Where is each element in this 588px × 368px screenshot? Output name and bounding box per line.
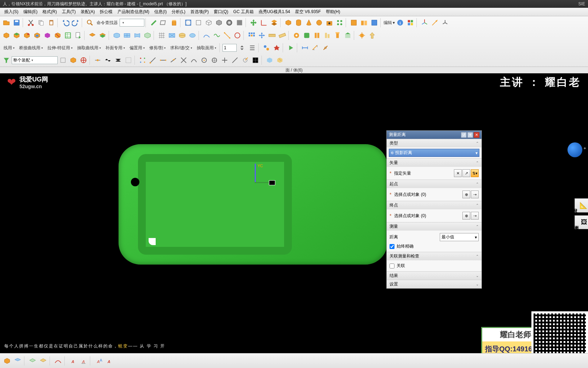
section-assoc-header[interactable]: 关联测量和检查⌃ [387,252,482,260]
feat4-icon[interactable] [322,30,332,40]
snap2-icon[interactable] [103,55,113,65]
list-icon[interactable] [247,43,257,53]
vector-menu-icon[interactable]: ⇅▾ [471,169,479,177]
end-menu-icon[interactable]: ⇢ [471,212,479,220]
undo-icon[interactable] [60,18,70,28]
dd-extract-face[interactable]: 抽取面用▾ [195,45,218,51]
section-vector-header[interactable]: 矢量⌃ [387,159,482,167]
bt-surf2-icon[interactable] [38,356,48,366]
filter-icon[interactable] [1,55,11,65]
face-style-icon[interactable] [235,18,244,28]
bt-text-a-icon[interactable]: A [68,356,78,366]
feat2-icon[interactable] [302,30,312,40]
surf4-icon[interactable] [143,30,152,40]
pt-snap-grid-icon[interactable] [138,55,148,65]
mesh4-icon[interactable] [188,30,197,40]
menu-split[interactable]: 拆公模 [98,8,115,16]
view-orient-ball[interactable]: ✦ [567,142,584,159]
pt-snap-mid-icon[interactable] [158,55,168,65]
mesh2-icon[interactable] [167,30,177,40]
pt-snap-end-icon[interactable] [148,55,158,65]
bt-surf-icon[interactable] [28,356,38,366]
distance-dropdown[interactable]: 最小值▾ [440,233,479,241]
bt-curve-icon[interactable] [53,356,63,366]
dd-line[interactable]: 线用▾ [1,45,17,51]
pt-snap-perp-icon[interactable] [240,55,250,65]
color-icon[interactable] [405,18,415,28]
export-icon[interactable] [73,30,83,40]
feat6-icon[interactable] [343,30,353,40]
menu-analysis[interactable]: 分析(L) [169,8,188,16]
shaded-edges-icon[interactable] [214,18,224,28]
cut-icon[interactable] [26,18,36,28]
section-measure-header[interactable]: 测量⌃ [387,222,482,231]
snap4-icon[interactable] [123,55,133,65]
dialog-reset-icon[interactable]: ↺ [461,132,467,138]
menu-yanxiu[interactable]: 燕秀UG模具1.54 [256,8,292,16]
analysis2-icon[interactable] [272,43,282,53]
csys-icon[interactable] [440,18,450,28]
model-body[interactable] [119,144,387,265]
start-point-icon[interactable]: ⊕ [462,191,470,198]
vector-clear-icon[interactable]: ✕ [454,169,462,177]
gear-icon[interactable] [357,30,367,40]
datum-plane-icon[interactable] [159,18,169,28]
curve3-icon[interactable] [222,30,232,40]
start-menu-icon[interactable]: ⇢ [471,191,479,198]
side-tab-profile[interactable]: 📐型材尺 [575,198,588,213]
menu-tools[interactable]: 工具(T) [60,8,78,16]
menu-pmi[interactable]: 产品制造信息(M) [115,8,151,16]
save-icon[interactable] [12,18,22,28]
menu-assembly[interactable]: 装配(A) [79,8,97,16]
cylinder-icon[interactable] [294,18,304,28]
surf1-icon[interactable] [112,30,122,40]
box1-icon[interactable] [1,30,11,40]
bt-box-icon[interactable] [2,356,12,366]
section-settings-header[interactable]: 设置⌄ [387,280,482,288]
end-point-icon[interactable]: ⊕ [462,212,470,220]
always-exact-checkbox[interactable] [390,244,394,249]
wireframe-icon[interactable] [204,18,214,28]
shaded-icon[interactable] [224,18,234,28]
command-finder-icon[interactable] [85,18,95,28]
menu-gc[interactable]: GC 工具箱 [231,8,255,16]
sel2-icon[interactable] [68,55,78,65]
bt-sheet-icon[interactable] [13,356,23,366]
menu-window[interactable]: 窗口(Q) [212,8,230,16]
dd-extrude[interactable]: 拉伸-特征用▾ [45,45,75,51]
pt-snap-arc-icon[interactable] [189,55,199,65]
pt-snap-ctr-icon[interactable] [199,55,209,65]
dim2-icon[interactable] [310,43,320,53]
assoc-checkbox[interactable] [390,264,394,268]
dd-patch[interactable]: 补面专用▾ [103,45,127,51]
ruler-icon[interactable] [267,30,277,40]
pattern-icon[interactable] [335,18,345,28]
dd-trim[interactable]: 修剪/割▾ [147,45,168,51]
menu-insert[interactable]: 插入(S) [2,8,21,16]
vector-pick-icon[interactable]: ↗ [462,169,470,177]
dd-unite[interactable]: 求和/缝/交▾ [168,45,194,51]
grid-sel-icon[interactable] [247,30,256,40]
move-obj-icon[interactable] [257,30,267,40]
analysis1-icon[interactable] [261,43,271,53]
info-icon[interactable]: i [395,18,405,28]
graphics-area[interactable]: YC ✦ Ƹ̵̡Ӝ̵̨̄Ʒ X└─ [0,91,588,361]
curve1-icon[interactable] [202,30,212,40]
section-type-header[interactable]: 类型⌃ [387,139,482,147]
curve2-icon[interactable] [212,30,222,40]
box6-icon[interactable] [53,30,63,40]
up-arrow-icon[interactable] [367,30,377,40]
render1-icon[interactable] [265,55,275,65]
box4-icon[interactable] [32,30,42,40]
dd-extract-curve[interactable]: 抽取曲线用▾ [75,45,103,51]
section-start-header[interactable]: 起点⌃ [387,180,482,188]
menu-prefs[interactable]: 首选项(P) [188,8,211,16]
mesh3-icon[interactable] [177,30,187,40]
side-tab-reference[interactable]: 🖼参考图 [575,215,588,229]
numeric-input[interactable] [223,44,237,52]
menu-format[interactable]: 格式(R) [40,8,59,16]
bt-text-a3-icon[interactable]: AA [93,356,103,366]
move-icon[interactable] [249,18,259,28]
section-result-header[interactable]: 结果⌄ [387,272,482,280]
dialog-settings-icon[interactable]: ✶ [467,132,473,138]
